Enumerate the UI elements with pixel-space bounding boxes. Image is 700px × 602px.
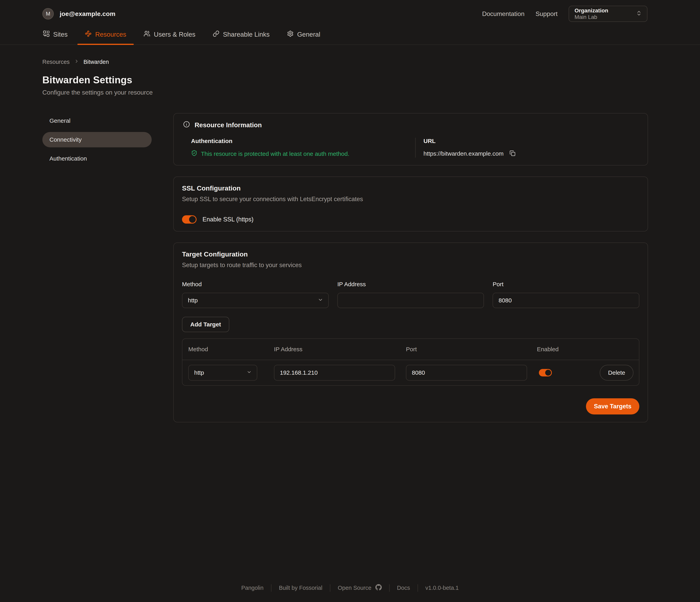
enable-ssl-label: Enable SSL (https) xyxy=(202,216,253,223)
footer-open-source-label: Open Source xyxy=(338,585,372,591)
port-field-group: Port xyxy=(493,281,639,308)
targets-table-header: Method IP Address Port Enabled xyxy=(182,339,639,360)
footer-docs-link[interactable]: Docs xyxy=(397,585,410,591)
method-field-group: Method http xyxy=(182,281,329,308)
top-right: Documentation Support Organization Main … xyxy=(482,6,647,22)
avatar[interactable]: M xyxy=(42,8,54,20)
auth-status-text: This resource is protected with at least… xyxy=(201,150,349,157)
ssl-title: SSL Configuration xyxy=(182,184,639,192)
tab-general[interactable]: General xyxy=(279,27,328,45)
sidenav-item-authentication[interactable]: Authentication xyxy=(42,151,152,166)
footer-open-source-link[interactable]: Open Source xyxy=(338,584,382,592)
org-selector[interactable]: Organization Main Lab xyxy=(569,6,647,22)
top-bar: M joe@example.com Documentation Support … xyxy=(0,0,700,24)
main-content: Resources Bitwarden Bitwarden Settings C… xyxy=(0,45,648,430)
col-enabled: Enabled xyxy=(531,339,639,360)
ip-field-group: IP Address xyxy=(338,281,484,308)
footer-fossorial-link[interactable]: Built by Fossorial xyxy=(279,585,322,591)
method-select-value: http xyxy=(188,297,198,304)
url-value: https://bitwarden.example.com xyxy=(423,150,504,157)
row-enabled-toggle[interactable] xyxy=(539,369,552,376)
tab-label: Users & Roles xyxy=(154,31,195,38)
page: M joe@example.com Documentation Support … xyxy=(0,0,700,602)
tab-label: Resources xyxy=(95,31,126,38)
chevron-right-icon xyxy=(74,59,79,65)
tab-sites[interactable]: Sites xyxy=(35,27,75,45)
breadcrumb-current: Bitwarden xyxy=(83,59,109,65)
page-title: Bitwarden Settings xyxy=(42,74,648,86)
port-input[interactable] xyxy=(493,293,639,308)
col-port: Port xyxy=(400,339,531,360)
row-port-input[interactable] xyxy=(406,365,527,381)
save-targets-button[interactable]: Save Targets xyxy=(586,398,639,415)
chevrons-up-down-icon xyxy=(636,10,642,18)
resource-info-title: Resource Information xyxy=(195,121,262,129)
documentation-link[interactable]: Documentation xyxy=(482,10,525,18)
targets-table: Method IP Address Port Enabled http xyxy=(182,338,639,386)
footer-pangolin-link[interactable]: Pangolin xyxy=(241,585,264,591)
sidenav-item-connectivity[interactable]: Connectivity xyxy=(42,132,152,147)
page-subtitle: Configure the settings on your resource xyxy=(42,89,648,96)
tab-users-roles[interactable]: Users & Roles xyxy=(136,27,203,45)
col-method: Method xyxy=(182,339,268,360)
info-icon xyxy=(183,121,190,129)
resource-information-card: Resource Information Authentication This… xyxy=(173,113,648,166)
toggle-knob xyxy=(545,370,551,376)
waypoints-icon xyxy=(85,30,92,39)
add-target-form: Method http IP Address xyxy=(182,281,639,308)
link-icon xyxy=(213,30,219,39)
copy-icon xyxy=(509,150,516,157)
port-label: Port xyxy=(493,281,639,287)
toggle-knob xyxy=(189,216,196,223)
org-selector-value: Main Lab xyxy=(575,14,608,20)
user-email: joe@example.com xyxy=(60,10,116,18)
auth-status: This resource is protected with at least… xyxy=(191,150,415,157)
add-target-button[interactable]: Add Target xyxy=(182,317,229,332)
row-method-select[interactable]: http xyxy=(188,365,257,381)
auth-label: Authentication xyxy=(191,138,415,144)
breadcrumb: Resources Bitwarden xyxy=(42,59,648,65)
url-label: URL xyxy=(423,138,639,144)
gear-icon xyxy=(287,30,294,39)
delete-target-button[interactable]: Delete xyxy=(600,365,633,381)
row-ip-input[interactable] xyxy=(274,365,395,381)
targets-title: Target Configuration xyxy=(182,250,639,258)
ssl-subtitle: Setup SSL to secure your connections wit… xyxy=(182,196,639,203)
tab-label: Sites xyxy=(53,31,68,38)
users-icon xyxy=(144,30,150,39)
support-link[interactable]: Support xyxy=(535,10,557,18)
targets-subtitle: Setup targets to route traffic to your s… xyxy=(182,261,639,269)
footer-version: v1.0.0-beta.1 xyxy=(425,585,459,591)
footer-divider xyxy=(271,584,271,592)
resource-info-auth-col: Authentication This resource is protecte… xyxy=(191,138,415,157)
chevron-down-icon xyxy=(318,297,323,304)
method-select[interactable]: http xyxy=(182,293,329,308)
row-method-value: http xyxy=(194,369,204,376)
settings-sidenav: General Connectivity Authentication xyxy=(42,113,152,430)
ssl-configuration-card: SSL Configuration Setup SSL to secure yo… xyxy=(173,176,648,231)
footer-divider xyxy=(330,584,330,592)
avatar-initial: M xyxy=(46,11,50,17)
shield-check-icon xyxy=(191,150,197,157)
ip-address-input[interactable] xyxy=(338,293,484,308)
tab-shareable-links[interactable]: Shareable Links xyxy=(205,27,277,45)
combine-icon xyxy=(43,30,50,39)
chevron-down-icon xyxy=(247,369,252,376)
org-selector-label: Organization xyxy=(575,7,608,14)
footer-divider xyxy=(418,584,418,592)
tab-resources[interactable]: Resources xyxy=(77,27,134,45)
sidenav-item-general[interactable]: General xyxy=(42,113,152,128)
tab-label: General xyxy=(297,31,320,38)
footer-divider xyxy=(389,584,390,592)
github-icon xyxy=(375,584,382,592)
target-configuration-card: Target Configuration Setup targets to ro… xyxy=(173,243,648,422)
breadcrumb-resources[interactable]: Resources xyxy=(42,59,70,65)
ip-label: IP Address xyxy=(338,281,484,287)
target-row: http xyxy=(182,360,639,385)
tab-label: Shareable Links xyxy=(223,31,270,38)
enable-ssl-toggle[interactable] xyxy=(182,215,197,224)
footer: Pangolin Built by Fossorial Open Source … xyxy=(0,584,700,602)
org-selector-text: Organization Main Lab xyxy=(575,7,608,20)
user-menu[interactable]: M joe@example.com xyxy=(42,8,116,20)
copy-url-button[interactable] xyxy=(509,150,516,157)
